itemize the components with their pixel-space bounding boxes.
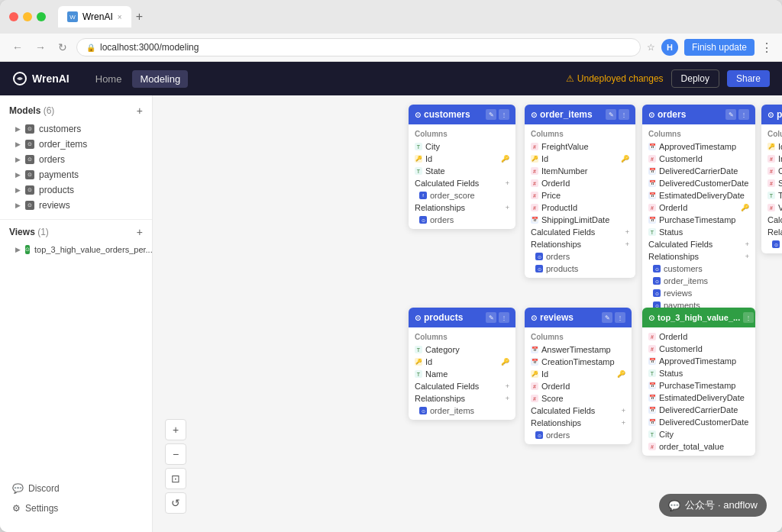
new-tab-button[interactable]: +: [136, 10, 143, 24]
col-type-icon: #: [767, 155, 775, 163]
relationships-label: Relationships: [767, 227, 782, 237]
card-orders[interactable]: ⊙ orders ✎ ⋮ Columns 📅ApprovedTimestamp …: [642, 105, 755, 314]
table-row: #CustomerId: [642, 153, 755, 165]
refresh-button[interactable]: ↻: [55, 40, 70, 55]
card-header-payments: ⊙ payments ✎ ⋮: [761, 105, 782, 124]
expand-icon: ▶: [15, 202, 21, 209]
calc-fields-toggle[interactable]: Calculated Fields +: [761, 214, 782, 226]
card-payments[interactable]: ⊙ payments ✎ ⋮ Columns 🔑Id🔑 #Installment…: [761, 105, 782, 253]
sidebar-item-reviews[interactable]: ▶ ⊙ reviews: [9, 198, 143, 213]
card-header-order-items: ⊙ order_items ✎ ⋮: [525, 105, 635, 124]
calc-fields-label: Calculated Fields: [767, 215, 782, 224]
canvas[interactable]: ⊙ customers ✎ ⋮ Columns TCity 🔑Id🔑 TStat…: [153, 95, 782, 532]
logo-icon: [12, 71, 27, 86]
tab-close-btn[interactable]: ×: [118, 13, 122, 21]
zoom-out-button[interactable]: −: [165, 443, 186, 465]
back-button[interactable]: ←: [9, 40, 26, 55]
browser-menu-icon[interactable]: ⋮: [761, 40, 773, 55]
card-order-items[interactable]: ⊙ order_items ✎ ⋮ Columns #FreightValue …: [525, 105, 635, 278]
card-more-btn[interactable]: ⋮: [619, 109, 629, 120]
sidebar-label-reviews: reviews: [39, 200, 70, 211]
card-edit-btn[interactable]: ✎: [725, 109, 736, 120]
table-row: #OrderId: [525, 380, 632, 392]
card-more-btn[interactable]: ⋮: [738, 109, 749, 120]
columns-label: Columns: [409, 127, 515, 140]
card-edit-btn[interactable]: ✎: [602, 312, 612, 323]
close-traffic-light[interactable]: [9, 12, 18, 21]
card-more-btn[interactable]: ⋮: [499, 312, 509, 323]
col-type-icon: 📅: [531, 346, 538, 353]
expand-icon: ▶: [15, 156, 21, 163]
models-section-header: Models (6) +: [9, 105, 143, 117]
card-edit-btn[interactable]: ✎: [486, 109, 496, 120]
app-body: Models (6) + ▶ ⊙ customers ▶ ⊙ order_ite…: [0, 95, 782, 532]
col-name: ApprovedTimestamp: [659, 142, 736, 151]
minimize-traffic-light[interactable]: [23, 12, 32, 21]
settings-icon: ⚙: [12, 503, 21, 514]
col-type-icon: #: [767, 167, 775, 175]
card-actions: ⋮: [743, 312, 754, 323]
calc-fields-toggle[interactable]: Calculated Fields +: [409, 177, 515, 189]
maximize-traffic-light[interactable]: [37, 12, 46, 21]
sidebar-item-payments[interactable]: ▶ ⊙ payments: [9, 167, 143, 182]
card-more-btn[interactable]: ⋮: [499, 109, 509, 120]
sidebar-label-payments: payments: [39, 169, 79, 180]
address-bar[interactable]: 🔒 localhost:3000/modeling: [76, 38, 641, 56]
calc-fields-toggle[interactable]: Calculated Fields +: [642, 238, 755, 250]
model-icon-reviews: ⊙: [25, 201, 34, 210]
relationships-toggle[interactable]: Relationships +: [761, 226, 782, 238]
card-edit-btn[interactable]: ✎: [606, 109, 616, 120]
col-name: OrderId: [659, 203, 687, 212]
calc-fields-toggle[interactable]: Calculated Fields +: [409, 380, 515, 392]
table-row: TType: [761, 189, 782, 202]
sidebar-item-order-items[interactable]: ▶ ⊙ order_items: [9, 137, 143, 152]
calc-fields-label: Calculated Fields: [415, 179, 479, 188]
col-type-icon: #: [531, 192, 538, 199]
sidebar-label-order-items: order_items: [39, 139, 87, 150]
browser-tab[interactable]: W WrenAI ×: [58, 6, 131, 27]
card-top3view[interactable]: ⊙ top_3_high_value_... ⋮ #OrderId #Custo…: [642, 308, 755, 456]
card-customers[interactable]: ⊙ customers ✎ ⋮ Columns TCity 🔑Id🔑 TStat…: [409, 105, 515, 229]
nav-modeling[interactable]: Modeling: [132, 70, 188, 88]
table-row: 📅PurchaseTimestamp: [642, 214, 755, 226]
sidebar-item-orders[interactable]: ▶ ⊙ orders: [9, 152, 143, 167]
deploy-button[interactable]: Deploy: [671, 69, 719, 88]
table-row: #OrderId: [761, 165, 782, 177]
fit-button[interactable]: ⊡: [165, 468, 186, 489]
col-name: Id: [778, 142, 782, 151]
card-edit-btn[interactable]: ✎: [486, 312, 496, 323]
table-row: TName: [409, 368, 515, 380]
zoom-in-button[interactable]: +: [165, 419, 186, 440]
card-reviews[interactable]: ⊙ reviews ✎ ⋮ Columns 📅AnswerTimestamp 📅…: [525, 308, 632, 444]
expand-icon: ▶: [15, 125, 21, 133]
finish-update-button[interactable]: Finish update: [684, 39, 755, 56]
card-more-btn[interactable]: ⋮: [615, 312, 625, 323]
table-row: #OrderId🔑: [642, 202, 755, 214]
sidebar-item-products[interactable]: ▶ ⊙ products: [9, 182, 143, 198]
discord-link[interactable]: 💬 Discord: [9, 480, 143, 497]
refresh-button[interactable]: ↺: [165, 492, 186, 514]
card-products[interactable]: ⊙ products ✎ ⋮ Columns TCategory 🔑Id🔑 TN…: [409, 308, 515, 420]
add-model-button[interactable]: +: [137, 105, 143, 117]
settings-link[interactable]: ⚙ Settings: [9, 500, 143, 517]
bookmark-icon[interactable]: ☆: [647, 42, 655, 53]
share-button[interactable]: Share: [727, 70, 770, 87]
relationships-toggle[interactable]: Relationships +: [525, 238, 635, 250]
relationships-toggle[interactable]: Relationships +: [642, 250, 755, 263]
card-more-btn[interactable]: ⋮: [743, 312, 754, 323]
card-body-products: Columns TCategory 🔑Id🔑 TName Calculated …: [409, 327, 515, 420]
add-view-button[interactable]: +: [137, 226, 143, 238]
relationships-toggle[interactable]: Relationships +: [409, 202, 515, 214]
calc-fields-toggle[interactable]: Calculated Fields +: [525, 405, 632, 417]
tab-title: WrenAI: [82, 11, 113, 22]
forward-button[interactable]: →: [32, 40, 49, 55]
relationships-toggle[interactable]: Relationships +: [525, 417, 632, 429]
col-name: Category: [425, 345, 460, 354]
calc-fields-toggle[interactable]: Calculated Fields +: [525, 226, 635, 238]
undeployed-text: Undeployed changes: [577, 73, 664, 84]
relationships-toggle[interactable]: Relationships +: [409, 392, 515, 405]
nav-home[interactable]: Home: [88, 70, 130, 88]
table-row: TCity: [642, 428, 755, 440]
sidebar-item-top3view[interactable]: ▶ ⊙ top_3_high_value_orders_per...: [9, 243, 143, 256]
sidebar-item-customers[interactable]: ▶ ⊙ customers: [9, 121, 143, 137]
